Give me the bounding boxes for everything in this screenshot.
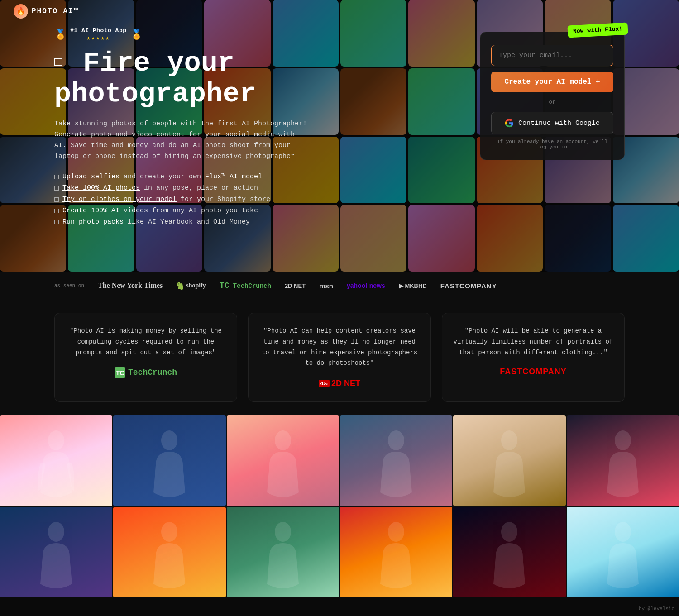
press-section: as seen on The New York Times shopify TC… — [0, 272, 679, 299]
hero-content: 🏅 #1 AI Photo App ★★★★★ 🏅 Fire your phot… — [0, 0, 679, 272]
feature-item-1: Upload selfies and create your own Flux™… — [54, 173, 462, 181]
bottom-photo-12 — [567, 507, 679, 597]
hero-left-panel: 🏅 #1 AI Photo App ★★★★★ 🏅 Fire your phot… — [54, 27, 480, 226]
bottom-photo-4 — [340, 415, 452, 506]
bullet-square-icon — [54, 209, 59, 213]
bottom-photo-6 — [567, 415, 679, 506]
feature-text-rest: and create your own — [124, 173, 205, 181]
bottom-photo-1 — [0, 415, 112, 506]
bottom-photo-2 — [113, 415, 225, 506]
feature-item-4: Create 100% AI videos from any AI photo … — [54, 207, 462, 215]
feature-item-2: Take 100% AI photos in any pose, place o… — [54, 184, 462, 192]
try-clothes-link[interactable]: Try on clothes on your model — [62, 196, 177, 203]
badge-stars: ★★★★★ — [86, 34, 110, 42]
msn-logo: msn — [319, 282, 333, 290]
laurel-left-icon: 🏅 — [54, 29, 67, 41]
svg-point-15 — [501, 522, 517, 542]
feature-text: Try on clothes on your model for your Sh… — [62, 196, 270, 203]
feature-text-rest: like AI Yearbook and Old Money — [128, 218, 250, 226]
as-seen-label: as seen on — [54, 283, 84, 288]
testimonial-quote-1: "Photo AI is making money by selling the… — [66, 326, 226, 358]
svg-point-9 — [501, 430, 517, 450]
laurel-right-icon: 🏅 — [130, 29, 143, 41]
logo: 🔥 PHOTO AI™ — [14, 4, 79, 19]
hero-heading-line2: photographer — [54, 78, 256, 110]
svg-point-7 — [275, 430, 291, 450]
fastcompany-source-logo: FASTCOMPANY — [500, 367, 567, 377]
svg-text:TC: TC — [116, 369, 124, 377]
svg-point-5 — [48, 430, 64, 450]
logo-text: PHOTO AI™ — [32, 7, 79, 15]
svg-point-6 — [161, 430, 177, 450]
zdnet-source-logo: 2D NET 2D NET — [319, 378, 360, 389]
footer-attribution: by @levelsio — [639, 606, 674, 611]
bottom-photo-8 — [113, 507, 225, 597]
photo-packs-link[interactable]: Run photo packs — [62, 218, 124, 226]
bullet-square-icon — [54, 186, 59, 191]
google-icon — [505, 119, 514, 128]
feature-text: Take 100% AI photos in any pose, place o… — [62, 184, 258, 192]
testimonial-card-1: "Photo AI is making money by selling the… — [54, 313, 237, 402]
bullet-square-icon — [54, 220, 59, 224]
ai-photos-link[interactable]: Take 100% AI photos — [62, 184, 140, 192]
zdnet-logo: 2D NET — [285, 282, 306, 289]
techcrunch-logo: TC TechCrunch — [220, 281, 271, 290]
bottom-photo-grid — [0, 415, 679, 597]
bottom-photo-9 — [227, 507, 339, 597]
signup-card: Now with Flux! Create your AI model + or… — [480, 32, 625, 160]
email-input[interactable] — [491, 45, 613, 66]
yahoo-logo: yahoo! news — [347, 282, 385, 289]
bottom-photo-5 — [453, 415, 565, 506]
source-label: FASTCOMPANY — [500, 367, 567, 376]
fastcompany-logo: FASTCOMPANY — [440, 282, 497, 290]
navbar: 🔥 PHOTO AI™ — [0, 0, 679, 23]
testimonial-source-2: 2D NET 2D NET — [259, 378, 420, 389]
hero-section: 🔥 PHOTO AI™ 🏅 #1 AI Photo App ★★★★★ 🏅 Fi… — [0, 0, 679, 272]
source-label: 2D NET — [331, 379, 360, 388]
testimonial-card-2: "Photo AI can help content creators save… — [248, 313, 431, 402]
feature-text-rest: in any pose, place or action — [144, 184, 258, 192]
bullet-square-icon — [54, 197, 59, 202]
testimonial-source-1: TC TechCrunch — [66, 367, 226, 378]
badge-text: #1 AI Photo App ★★★★★ — [70, 27, 127, 42]
upload-selfies-link[interactable]: Upload selfies — [62, 173, 120, 181]
svg-text:NET: NET — [325, 382, 330, 386]
testimonial-card-3: "Photo AI will be able to generate a vir… — [442, 313, 625, 402]
svg-point-8 — [388, 430, 404, 450]
feature-text: Create 100% AI videos from any AI photo … — [62, 207, 258, 215]
feature-text-rest: from any AI photo you take — [152, 207, 258, 215]
press-logos: The New York Times shopify TC TechCrunch… — [98, 281, 497, 290]
google-button-label: Continue with Google — [518, 119, 600, 127]
hero-heading-line1: Fire your — [83, 47, 234, 79]
shopify-logo: shopify — [176, 282, 206, 290]
hero-right-panel: Now with Flux! Create your AI model + or… — [480, 32, 625, 160]
continue-with-google-button[interactable]: Continue with Google — [491, 112, 613, 134]
svg-point-11 — [48, 522, 64, 542]
testimonials-section: "Photo AI is making money by selling the… — [0, 299, 679, 415]
feature-text: Upload selfies and create your own Flux™… — [62, 173, 262, 181]
award-badge: 🏅 #1 AI Photo App ★★★★★ 🏅 — [54, 27, 462, 42]
create-ai-model-button[interactable]: Create your AI model + — [491, 72, 613, 92]
square-decoration-icon — [54, 58, 62, 66]
feature-list: Upload selfies and create your own Flux™… — [54, 173, 462, 226]
badge-rank: #1 AI Photo App — [70, 27, 127, 34]
ai-videos-link[interactable]: Create 100% AI videos — [62, 207, 148, 215]
nyt-logo: The New York Times — [98, 282, 163, 290]
flux-badge: Now with Flux! — [567, 23, 628, 38]
testimonial-source-3: FASTCOMPANY — [453, 367, 613, 377]
mkbhd-logo: ▶ MKBHD — [399, 282, 427, 289]
svg-point-13 — [275, 522, 291, 542]
bottom-photo-7 — [0, 507, 112, 597]
svg-point-14 — [388, 522, 404, 542]
login-note: If you already have an account, we'll lo… — [491, 139, 613, 150]
feature-item-3: Try on clothes on your model for your Sh… — [54, 196, 462, 203]
bottom-photo-3 — [227, 415, 339, 506]
source-label: TechCrunch — [128, 368, 177, 377]
feature-item-5: Run photo packs like AI Yearbook and Old… — [54, 218, 462, 226]
bottom-photo-11 — [453, 507, 565, 597]
flux-model-link[interactable]: Flux™ AI model — [205, 173, 262, 181]
techcrunch-source-logo: TC TechCrunch — [115, 367, 177, 378]
logo-icon: 🔥 — [14, 4, 28, 19]
testimonial-quote-2: "Photo AI can help content creators save… — [259, 326, 420, 369]
hero-description: Take stunning photos of people with the … — [54, 119, 308, 162]
